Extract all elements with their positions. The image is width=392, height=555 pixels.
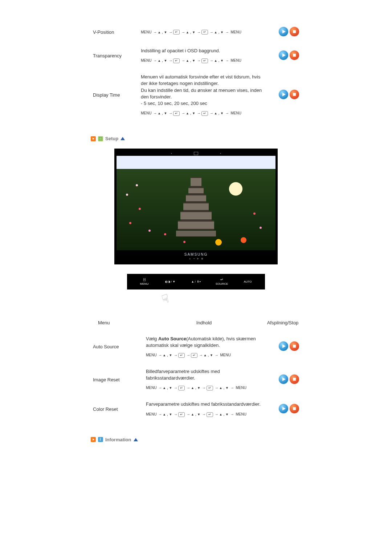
enter-icon: ↵: [207, 386, 213, 390]
chevron-right-icon: [91, 136, 96, 141]
enter-icon: ↵: [178, 353, 185, 358]
information-category-icon: [98, 437, 103, 442]
header-actions: Afspilning/Stop: [264, 315, 301, 331]
setup-table: Menu Indhold Afspilning/Stop Auto Source…: [91, 315, 301, 422]
row-transparency: Transparency Indstilling af opacitet i O…: [91, 42, 301, 69]
play-icon[interactable]: [279, 50, 288, 60]
enter-icon: ↵: [173, 111, 180, 116]
stop-icon[interactable]: [290, 404, 299, 413]
row-color-reset: Color Reset Farveparametre udskiftes med…: [91, 396, 301, 422]
stop-icon[interactable]: [290, 27, 299, 36]
play-icon[interactable]: [279, 27, 288, 36]
section-title: Setup: [105, 136, 118, 141]
pagoda-graphic: [176, 177, 216, 236]
chevron-right-icon: [91, 437, 96, 442]
menu-icon: ⌸: [131, 278, 157, 282]
ctrl-brightness-down[interactable]: ◐◑ / ▼: [157, 280, 183, 284]
enter-icon: ↵: [201, 30, 208, 35]
header-menu: Menu: [91, 315, 144, 331]
brand-label: SAMSUNG: [117, 250, 275, 257]
stop-icon[interactable]: [290, 341, 299, 351]
enter-icon: ↵: [173, 58, 180, 63]
label-color-reset: Color Reset: [91, 396, 144, 422]
menu-path: MENU →▲ , ▼ →↵ →▲ , ▼ →↵ →▲ , ▼ → MENU: [146, 385, 262, 391]
monitor-button-bar: ⌸ MENU ◐◑ / ▼ ▲ / ⏸▶ ↵ SOURCE AUTO: [127, 274, 265, 289]
desc-text: Farveparametre udskiftes med fabriksstan…: [146, 401, 262, 408]
ctrl-volume-up[interactable]: ▲ / ⏸▶: [183, 280, 209, 284]
enter-icon: ↵: [191, 353, 197, 358]
play-icon[interactable]: [279, 341, 288, 351]
menu-path: MENU →▲ , ▼ →↵ →▲ , ▼ →↵ →▲ , ▼ → MENU: [141, 110, 262, 116]
content-transparency: Indstilling af opacitet i OSD baggrund. …: [139, 42, 264, 69]
stop-icon[interactable]: [290, 90, 299, 99]
garden-photo: [117, 156, 275, 250]
content-color-reset: Farveparametre udskiftes med fabriksstan…: [144, 396, 264, 422]
content-auto-source: Vælg Auto Source(Automatisk kilde), hvis…: [144, 331, 264, 363]
content-image-reset: Billedfarveparametre udskiftes med fabri…: [144, 363, 264, 396]
desc-text: Indstilling af opacitet i OSD baggrund.: [141, 48, 262, 54]
table-header-row: Menu Indhold Afspilning/Stop: [91, 315, 301, 331]
enter-icon: ↵: [201, 58, 208, 63]
ctrl-source[interactable]: ↵ SOURCE: [209, 278, 235, 286]
row-v-position: V-Position MENU →▲ , ▼ →↵ →▲ , ▼ →↵ →▲ ,…: [91, 22, 301, 42]
row-auto-source: Auto Source Vælg Auto Source(Automatisk …: [91, 331, 301, 363]
section-heading-information: Information: [91, 437, 301, 442]
enter-icon: ↵: [173, 30, 180, 35]
content-v-position: MENU →▲ , ▼ →↵ →▲ , ▼ →↵ →▲ , ▼ → MENU: [139, 22, 264, 42]
source-icon: ↵: [209, 278, 235, 282]
monitor-frame: ••: [114, 149, 278, 264]
row-display-time: Display Time Menuen vil automatisk forsv…: [91, 69, 301, 121]
section-heading-setup: Setup: [91, 136, 301, 141]
monitor-preview: ••: [114, 149, 278, 304]
collapse-up-icon[interactable]: [121, 137, 125, 140]
play-icon[interactable]: [279, 404, 288, 413]
content-display-time: Menuen vil automatisk forsvinde efter et…: [139, 69, 264, 121]
setup-category-icon: [98, 136, 103, 141]
ctrl-auto[interactable]: AUTO: [235, 280, 261, 284]
menu-path: MENU →▲ , ▼ →↵ →▲ , ▼ →↵ →▲ , ▼ → MENU: [146, 412, 262, 417]
play-icon[interactable]: [279, 90, 288, 99]
menu-path: MENU →▲ , ▼ →↵ →↵ →▲ , ▼ → MENU: [146, 352, 262, 358]
label-display-time: Display Time: [91, 69, 139, 121]
stop-icon[interactable]: [290, 50, 299, 60]
label-image-reset: Image Reset: [91, 363, 144, 396]
menu-path: MENU →▲ , ▼ →↵ →▲ , ▼ →↵ →▲ , ▼ → MENU: [141, 29, 262, 35]
desc-text: Vælg Auto Source(Automatisk kilde), hvis…: [146, 336, 262, 349]
menu-path: MENU →▲ , ▼ →↵ →▲ , ▼ →↵ →▲ , ▼ → MENU: [141, 58, 262, 64]
header-content: Indhold: [144, 315, 264, 331]
section-title: Information: [105, 437, 131, 442]
row-image-reset: Image Reset Billedfarveparametre udskift…: [91, 363, 301, 396]
label-transparency: Transparency: [91, 42, 139, 69]
enter-icon: ↵: [201, 111, 208, 116]
ctrl-menu[interactable]: ⌸ MENU: [131, 278, 157, 286]
desc-text: Billedfarveparametre udskiftes med fabri…: [146, 368, 262, 381]
enter-icon: ↵: [207, 412, 213, 417]
label-auto-source: Auto Source: [91, 331, 144, 363]
collapse-up-icon[interactable]: [134, 438, 138, 441]
osd-settings-table: V-Position MENU →▲ , ▼ →↵ →▲ , ▼ →↵ →▲ ,…: [91, 22, 301, 121]
label-v-position: V-Position: [91, 22, 139, 42]
enter-icon: ↵: [178, 412, 185, 417]
pointing-hand-icon: ☟: [160, 288, 183, 306]
play-icon[interactable]: [279, 374, 288, 384]
stop-icon[interactable]: [290, 374, 299, 384]
enter-icon: ↵: [178, 386, 185, 390]
desc-text: Menuen vil automatisk forsvinde efter et…: [141, 74, 262, 107]
